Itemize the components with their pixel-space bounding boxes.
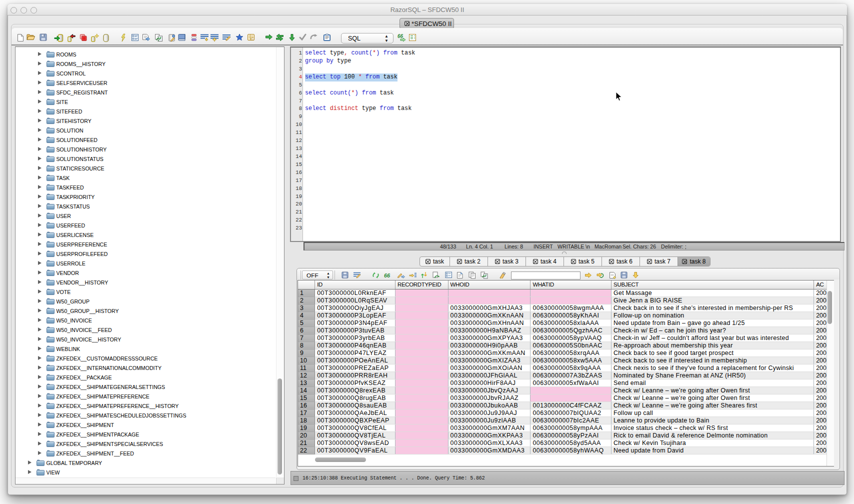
svg-text:66: 66 bbox=[384, 272, 390, 278]
svg-text:66: 66 bbox=[398, 34, 404, 39]
